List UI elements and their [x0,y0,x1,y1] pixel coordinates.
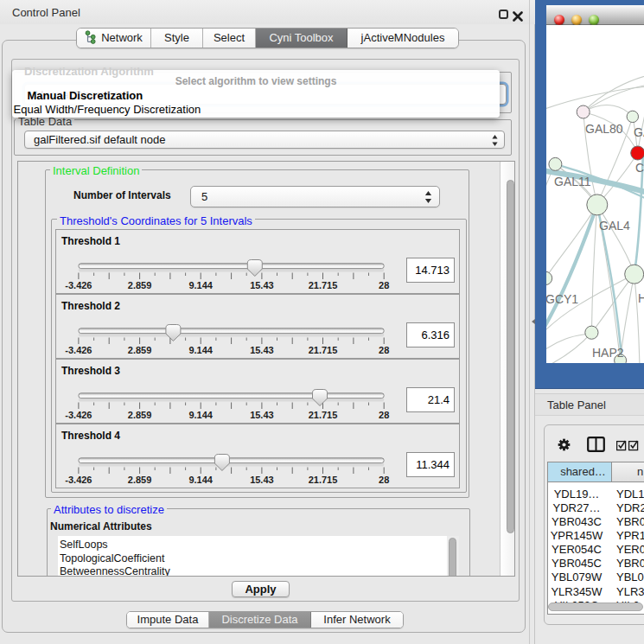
svg-text:-3.426: -3.426 [65,475,92,485]
svg-text:GCY1: GCY1 [546,292,578,306]
svg-text:15.43: 15.43 [250,345,274,355]
svg-text:2.859: 2.859 [128,475,152,485]
svg-text:CY: CY [635,161,644,175]
svg-text:28: 28 [379,345,389,355]
svg-text:-3.426: -3.426 [65,280,92,290]
svg-text:15.43: 15.43 [250,410,274,420]
svg-text:9.144: 9.144 [188,475,213,485]
svg-text:GAL: GAL [634,125,644,139]
svg-text:15.43: 15.43 [250,475,274,485]
svg-text:2.859: 2.859 [128,280,152,290]
svg-text:28: 28 [379,475,389,485]
svg-text:GAL80: GAL80 [585,122,623,136]
svg-text:HAP2: HAP2 [592,346,624,360]
svg-text:9.144: 9.144 [188,280,213,290]
svg-text:HI: HI [638,291,644,305]
svg-text:9.144: 9.144 [188,410,213,420]
svg-text:28: 28 [379,410,389,420]
svg-text:2.859: 2.859 [128,410,152,420]
svg-text:2.859: 2.859 [128,345,152,355]
svg-text:21.715: 21.715 [309,475,338,485]
svg-text:GAL11: GAL11 [554,175,591,188]
svg-text:28: 28 [379,280,389,290]
svg-text:21.715: 21.715 [309,410,338,420]
svg-text:21.715: 21.715 [309,280,338,290]
svg-text:GAL4: GAL4 [599,219,630,233]
svg-text:21.715: 21.715 [309,345,338,355]
svg-text:-3.426: -3.426 [65,410,92,420]
svg-text:9.144: 9.144 [188,345,213,355]
svg-text:-3.426: -3.426 [65,345,92,355]
svg-text:15.43: 15.43 [250,280,274,290]
